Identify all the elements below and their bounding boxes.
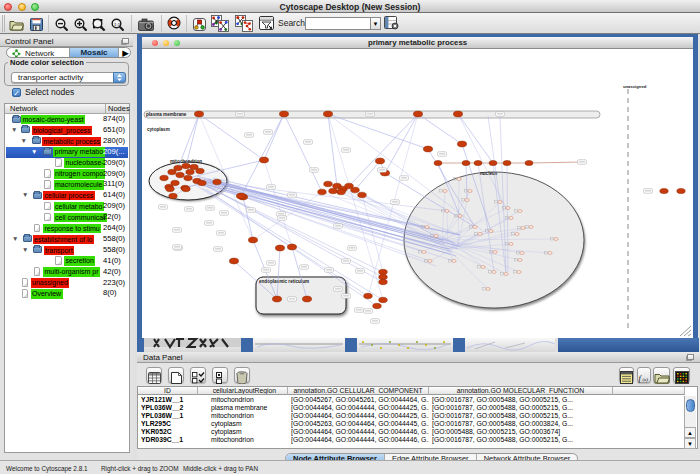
svg-text:plasma membrane: plasma membrane bbox=[146, 112, 187, 117]
svg-text:(x): (x) bbox=[642, 376, 648, 381]
svg-text:1:1: 1:1 bbox=[114, 22, 121, 27]
svg-text:unassigned: unassigned bbox=[623, 84, 647, 89]
svg-text:cytoplasm: cytoplasm bbox=[147, 127, 170, 132]
